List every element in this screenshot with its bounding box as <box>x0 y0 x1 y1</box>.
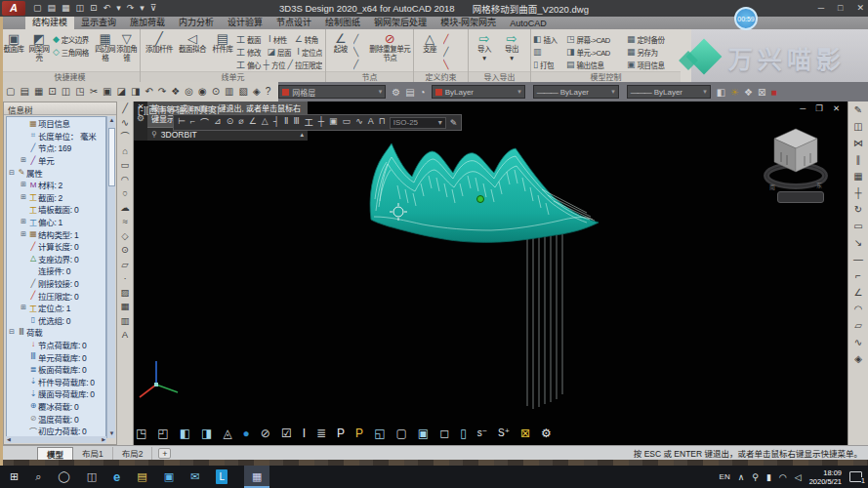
tree-scrollbar[interactable]: ▲ ▼ <box>106 116 115 438</box>
quick-access-menu-icon[interactable]: ⊽ <box>150 0 157 17</box>
tree-item[interactable]: ⊟ Ⅲ 荷载 <box>7 326 105 339</box>
tree-item[interactable]: ╱ 计算长度: 0 <box>7 240 105 253</box>
tab-design-check[interactable]: 设计验算 <box>221 17 269 29</box>
point-icon[interactable]: · <box>123 273 126 283</box>
settings-icon[interactable]: ❖ <box>744 87 753 98</box>
tree-item[interactable]: ⊞ 工 定位点: 1 <box>7 302 105 314</box>
quad-mesh-button[interactable]: ▦ 四边网格 <box>95 30 116 71</box>
project-info-button[interactable]: ▣ 项目信息 <box>627 59 678 70</box>
line-icon[interactable]: ╱ <box>122 103 128 113</box>
vs-realistic-sphere-icon[interactable]: ● <box>243 424 250 443</box>
layer-states-icon[interactable]: ▤ <box>405 87 414 98</box>
tree-item[interactable]: ▯ 优选组: 0 <box>7 314 105 327</box>
tree-item[interactable]: ↓ 节点荷载库: 0 <box>7 339 105 351</box>
pcolor-display-icon[interactable]: P <box>355 424 363 443</box>
layer-dropdown[interactable]: 网格层 ▾ <box>278 85 386 99</box>
zoom-realtime-icon[interactable]: ◎ <box>185 82 193 102</box>
file-explorer-icon[interactable]: ▤ <box>137 466 146 488</box>
linetype-dropdown[interactable]: ——— ByLayer ▾ <box>533 85 619 99</box>
section-fit-button[interactable]: ◁ 截面拟合 <box>176 30 209 71</box>
tree-item[interactable]: ⊕ 覆冰荷载: 0 <box>7 400 105 413</box>
modify-button[interactable]: 修改 <box>247 47 265 58</box>
hanging-cables[interactable] <box>527 219 562 409</box>
cut-icon[interactable]: ✂ <box>90 82 98 102</box>
copy-icon[interactable]: ◫ <box>853 121 862 132</box>
screen-to-cad-button[interactable]: ◳ 屏幕->CAD <box>566 33 627 45</box>
constraint-tool-icon[interactable]: ╱ <box>443 47 448 57</box>
unlock-icon[interactable]: ⊠ <box>520 424 530 443</box>
tree-item[interactable]: Ⅲ 单元荷载库: 0 <box>7 350 105 363</box>
edge-icon[interactable]: e <box>113 466 120 488</box>
tab-autocad[interactable]: AutoCAD <box>503 18 554 29</box>
donut-icon[interactable]: ⊙ <box>121 245 129 255</box>
chamfer-icon[interactable]: ∠ <box>854 287 863 298</box>
tree-expander[interactable]: ⊞ <box>21 218 28 225</box>
tab-joint-design[interactable]: 节点设计 <box>269 17 318 29</box>
properties-icon[interactable]: ▧ <box>238 82 247 102</box>
tree-item[interactable]: 连接件: 0 <box>7 264 105 277</box>
table-icon[interactable]: ▥ <box>121 316 130 326</box>
orientation-button[interactable]: 方位 <box>271 60 286 70</box>
match-properties-icon[interactable]: ◨ <box>131 82 140 102</box>
define-boundary-button[interactable]: ◆ 定义边界 <box>53 33 95 45</box>
vs-2dwireframe-icon[interactable]: ◳ <box>136 424 146 443</box>
mirror-icon[interactable]: ⋈ <box>853 138 863 148</box>
tree-item[interactable]: ╱ 刚接铰接: 0 <box>7 277 105 290</box>
tab-module-grid-shell[interactable]: 模块-网架网壳 <box>434 17 503 29</box>
redo-icon[interactable]: ↷ <box>158 82 166 102</box>
tree-expander[interactable]: ⊞ <box>21 230 28 238</box>
help-icon[interactable]: ? <box>266 82 271 102</box>
node-tool-icon[interactable]: ╱ <box>353 60 358 69</box>
info-tree-header[interactable]: 信息树 <box>4 102 116 115</box>
redo-icon[interactable]: ↷ <box>127 0 135 17</box>
arc-icon[interactable]: ⌒ <box>120 132 130 142</box>
plot-preview-icon[interactable]: ◫ <box>62 82 70 102</box>
app-l-icon[interactable]: L <box>216 469 227 484</box>
tree-item[interactable]: △ 支座边界: 0 <box>7 253 105 265</box>
tree-expander[interactable]: ⊞ <box>21 304 28 311</box>
output-info-button[interactable]: ▤ 输出信息 <box>566 59 627 70</box>
stretch-icon[interactable]: ↘ <box>854 237 862 248</box>
cortana-icon[interactable]: ◯ <box>58 466 69 488</box>
constraint-tool-icon[interactable]: ╲ <box>443 60 448 69</box>
redo-dropdown-icon[interactable]: ▾ <box>140 0 145 17</box>
action-center-icon[interactable]: 1 <box>849 471 862 482</box>
locate-point-button[interactable]: 定位点 <box>302 47 322 58</box>
spline-icon[interactable]: ≈ <box>122 217 127 226</box>
explode-icon[interactable]: ∿ <box>854 337 862 347</box>
mic-icon[interactable]: ⚲ <box>752 472 759 482</box>
open-icon[interactable]: ▤ <box>48 0 57 17</box>
drawing-viewport[interactable]: [-][西南等轴测][真实] ─ ❐ ✕ ⊢⌐⌒⊿⊙⌀∠△┤ⅡⅢ工┼▣▭∿A⊓ … <box>134 102 847 445</box>
offset-button[interactable]: 偏心 <box>247 60 262 70</box>
save-icon[interactable]: ▦ <box>34 82 43 102</box>
ucs-icon[interactable] <box>140 361 178 397</box>
select-check-icon[interactable]: ☑ <box>281 424 292 443</box>
polygon-icon[interactable]: ⌂ <box>122 146 128 156</box>
copy-icon[interactable]: ▣ <box>103 82 111 102</box>
vs-wireframe-icon[interactable]: ◰ <box>157 424 168 443</box>
join-icon[interactable]: ◈ <box>854 353 862 364</box>
arc3p-icon[interactable]: ◠ <box>121 175 129 184</box>
new-icon[interactable]: ▢ <box>6 82 15 102</box>
surface-button[interactable]: 层面 <box>277 47 295 58</box>
model-tool-icon[interactable]: ▥ <box>533 47 542 57</box>
paste-icon[interactable]: ◪ <box>117 82 126 102</box>
revcloud-icon[interactable]: ☁ <box>120 203 130 213</box>
vs-hidden-icon[interactable]: ◧ <box>180 424 190 443</box>
tree-item[interactable]: ╱ 节点: 169 <box>7 142 105 154</box>
tree-item[interactable]: ⌗ 长度单位： 毫米 <box>7 130 105 142</box>
tab-layout1[interactable]: 布局1 <box>73 447 113 460</box>
close-button[interactable]: ✕ <box>856 0 864 17</box>
ellipse-icon[interactable]: ◇ <box>121 231 128 241</box>
tri-mesh-button[interactable]: ◇ 三角网格 <box>53 46 95 58</box>
constraint-tool-icon[interactable]: ╱ <box>443 34 448 44</box>
wifi-icon[interactable]: ◠ <box>779 472 787 482</box>
maximize-button[interactable]: □ <box>838 0 843 17</box>
tree-expander[interactable]: ⊞ <box>21 193 28 201</box>
rectangle-icon[interactable]: ▭ <box>121 160 130 170</box>
tree-item[interactable]: ▦ 项目信息 <box>7 117 105 130</box>
scrollbar-thumb[interactable] <box>108 128 115 186</box>
pan-icon[interactable]: ❖ <box>171 82 180 102</box>
vs-shaded-icon[interactable]: ◨ <box>201 424 212 443</box>
3d-canvas[interactable] <box>134 102 847 445</box>
